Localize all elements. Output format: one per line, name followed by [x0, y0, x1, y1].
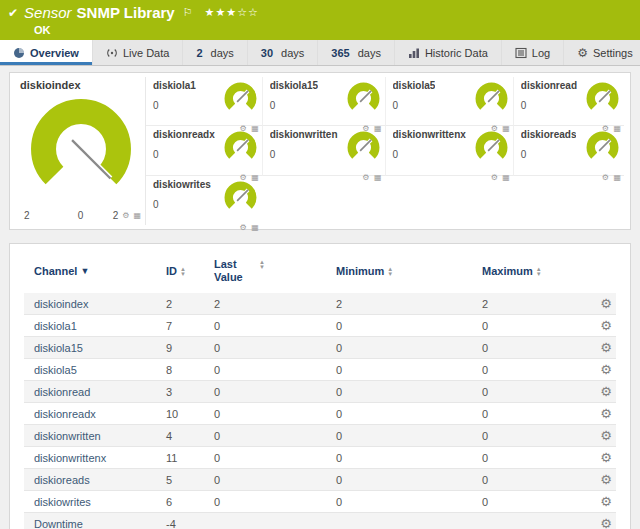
channel-settings-gear-icon[interactable]: ⚙ [600, 363, 616, 376]
bar-chart-icon [408, 47, 420, 59]
channel-settings-gear-icon[interactable]: ⚙ [600, 407, 616, 420]
pie-chart-icon [13, 47, 25, 59]
status-badge: OK [34, 24, 632, 36]
gauge-label: diskionread [521, 80, 577, 91]
gauge-value: 0 [270, 149, 338, 160]
gauge-label: diskionreadx [153, 129, 215, 140]
column-header-channel[interactable]: Channel ▼ [34, 265, 166, 277]
gauge-label: diskiola5 [393, 80, 436, 91]
sort-icon: ▲▼ [536, 267, 542, 276]
gauge-dial [473, 80, 510, 117]
gauge-dial [222, 179, 259, 216]
gauge-scale: 2 0 2 ⚙ ▦ [20, 210, 141, 222]
mini-grid-icon[interactable]: ▦ [502, 173, 510, 182]
gauge-cell-diskiola15[interactable]: diskiola15 0 ⚙ ▦ [262, 77, 385, 126]
tab-bar: Overview Live Data 2days 30days 365days … [0, 40, 640, 66]
page-title: SensorSNMP Library [24, 4, 175, 21]
gauge-dial [23, 91, 139, 207]
sort-icon: ▲▼ [387, 267, 393, 276]
gauge-value: 0 [153, 149, 215, 160]
channel-settings-gear-icon[interactable]: ⚙ [600, 517, 616, 529]
gauge-dial [473, 129, 510, 166]
tab-2-days[interactable]: 2days [183, 40, 247, 65]
gauge-value: 0 [521, 100, 577, 111]
mini-grid-icon[interactable]: ▦ [374, 173, 382, 182]
table-row-diskionwritten: diskionwritten 4 0 0 0 ⚙ [24, 425, 616, 447]
channel-name: diskiola15 [34, 342, 166, 354]
scale-min-label: 2 [24, 210, 30, 221]
column-header-last-value[interactable]: Last Value ▲▼ [214, 258, 336, 284]
table-row-diskiola15: diskiola15 9 0 0 0 ⚙ [24, 337, 616, 359]
channel-settings-gear-icon[interactable]: ⚙ [600, 341, 616, 354]
gauge-dial [584, 80, 621, 117]
scale-mid-label: 0 [78, 210, 84, 221]
gauge-cell-diskionread[interactable]: diskionread 0 ⚙ ▦ [513, 77, 624, 126]
channel-settings-gear-icon[interactable]: ⚙ [600, 429, 616, 442]
mini-gear-icon[interactable]: ⚙ [122, 211, 129, 220]
channel-settings-gear-icon[interactable]: ⚙ [600, 451, 616, 464]
gauge-cell-diskiola1[interactable]: diskiola1 0 ⚙ ▦ [146, 77, 262, 126]
gauge-dial [345, 80, 382, 117]
channel-settings-gear-icon[interactable]: ⚙ [600, 473, 616, 486]
gauge-label: diskiola15 [270, 80, 318, 91]
channel-name: diskioindex [34, 298, 166, 310]
scale-max-label: 2 [113, 210, 119, 221]
mini-gear-icon[interactable]: ⚙ [362, 173, 369, 182]
main-gauge-diskioindex[interactable]: diskioindex 2 0 2 ⚙ ▦ [16, 77, 145, 225]
gauges-panel: diskioindex 2 0 2 ⚙ ▦ diskiola1 0 [9, 72, 631, 230]
priority-stars[interactable]: ★★★☆☆ [205, 6, 259, 19]
tab-365-days[interactable]: 365days [318, 40, 395, 65]
gauge-cell-diskionwritten[interactable]: diskionwritten 0 ⚙ ▦ [262, 126, 385, 175]
column-header-minimum[interactable]: Minimum ▲▼ [336, 265, 482, 277]
channel-settings-gear-icon[interactable]: ⚙ [600, 319, 616, 332]
log-list-icon [515, 47, 527, 59]
gauge-label: diskionwrittenx [393, 129, 466, 140]
table-row-diskiola5: diskiola5 8 0 0 0 ⚙ [24, 359, 616, 381]
mini-gear-icon[interactable]: ⚙ [602, 173, 609, 182]
gauge-label: diskioindex [20, 79, 141, 91]
gauge-value: 0 [153, 199, 211, 210]
channel-name: diskiola1 [34, 320, 166, 332]
column-header-maximum[interactable]: Maximum ▲▼ [482, 265, 600, 277]
tab-overview[interactable]: Overview [0, 40, 93, 65]
channel-name: diskionread [34, 386, 166, 398]
tab-log[interactable]: Log [502, 40, 564, 65]
tab-live-data[interactable]: Live Data [93, 40, 183, 65]
channel-name: diskioreads [34, 474, 166, 486]
sort-icon: ▲▼ [180, 267, 186, 276]
gauge-cell-diskiowrites[interactable]: diskiowrites 0 ⚙ ▦ [146, 176, 262, 225]
tab-settings[interactable]: ⚙ Settings [564, 40, 640, 65]
gauge-value: 0 [521, 149, 577, 160]
channel-name: Downtime [34, 518, 166, 529]
column-header-id[interactable]: ID ▲▼ [166, 265, 214, 277]
gauge-label: diskionwritten [270, 129, 338, 140]
mini-grid-icon[interactable]: ▦ [133, 211, 141, 220]
mini-gear-icon[interactable]: ⚙ [240, 223, 247, 232]
mini-gear-icon[interactable]: ⚙ [491, 173, 498, 182]
channel-settings-gear-icon[interactable]: ⚙ [600, 495, 616, 508]
channel-name: diskionwrittenx [34, 452, 166, 464]
table-row-diskiowrites: diskiowrites 6 0 0 0 ⚙ [24, 491, 616, 513]
flag-icon[interactable]: ⚐ [183, 6, 193, 19]
channel-settings-gear-icon[interactable]: ⚙ [600, 297, 616, 310]
gauge-label: diskiola1 [153, 80, 196, 91]
status-check-icon: ✔ [8, 7, 18, 19]
channel-settings-gear-icon[interactable]: ⚙ [600, 385, 616, 398]
prtg-sensor-page: ✔ SensorSNMP Library ⚐ ★★★☆☆ OK Overview… [0, 0, 640, 529]
live-signal-icon [106, 47, 118, 59]
tab-30-days[interactable]: 30days [248, 40, 319, 65]
gauge-cell-diskionreadx[interactable]: diskionreadx 0 ⚙ ▦ [146, 126, 262, 175]
mini-grid-icon[interactable]: ▦ [613, 173, 621, 182]
gauge-value: 0 [270, 100, 318, 111]
gauge-dial [222, 129, 259, 166]
gauge-cell-diskionwrittenx[interactable]: diskionwrittenx 0 ⚙ ▦ [385, 126, 513, 175]
sort-icon: ▲▼ [259, 260, 265, 269]
gauge-cell-diskioreads[interactable]: diskioreads 0 ⚙ ▦ [513, 126, 624, 175]
gauge-dial [222, 80, 259, 117]
table-row-diskionread: diskionread 3 0 0 0 ⚙ [24, 381, 616, 403]
small-gauges-grid: diskiola1 0 ⚙ ▦ diskiola15 0 ⚙ ▦ [145, 77, 624, 225]
gauge-cell-diskiola5[interactable]: diskiola5 0 ⚙ ▦ [385, 77, 513, 126]
mini-grid-icon[interactable]: ▦ [251, 223, 259, 232]
tab-historic-data[interactable]: Historic Data [395, 40, 502, 65]
table-header: Channel ▼ ID ▲▼ Last Value ▲▼ Minimum ▲▼… [24, 252, 616, 293]
